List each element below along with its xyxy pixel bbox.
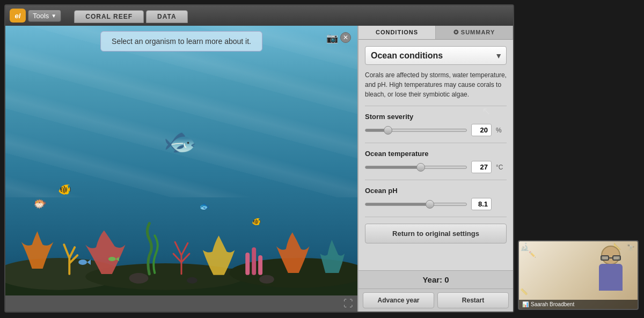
- storm-severity-value: 20: [471, 124, 492, 136]
- el-logo: el: [10, 9, 26, 23]
- ocean-ph-label: Ocean pH: [365, 187, 507, 195]
- ocean-temp-unit: °C: [496, 164, 507, 171]
- video-bg: 🔬 📐 ✏️ 📏 🔭: [519, 241, 638, 309]
- svg-rect-5: [252, 247, 256, 275]
- divider-3: [365, 180, 507, 180]
- divider-4: [365, 217, 507, 217]
- tab-coral-reef[interactable]: CORAL REEF: [74, 10, 144, 23]
- tools-button[interactable]: Tools ▼: [28, 10, 61, 22]
- storm-severity-row: 20 %: [365, 124, 507, 136]
- fish-small-2: 🐡: [33, 197, 47, 210]
- toolbar: el Tools ▼ CORAL REEF DATA: [5, 5, 513, 26]
- conditions-description: Corals are affected by storms, water tem…: [365, 70, 507, 99]
- ocean-temp-section: Ocean temperature 27 °C: [365, 150, 507, 173]
- content-area: Select an organism to learn more about i…: [5, 26, 513, 312]
- sim-panel: Select an organism to learn more about i…: [5, 26, 357, 312]
- video-bar-icon: 📊: [522, 301, 529, 307]
- video-label-bar: 📊 Saarah Broadbent: [519, 300, 638, 309]
- app-window: el Tools ▼ CORAL REEF DATA Select an org…: [4, 4, 514, 313]
- conditions-dropdown-container: Ocean conditions ▼: [365, 46, 507, 65]
- storm-severity-slider[interactable]: [365, 129, 467, 132]
- sim-bottom-bar: ⛶: [5, 295, 357, 312]
- ocean-temp-value: 27: [471, 161, 492, 173]
- ocean-ph-slider[interactable]: [365, 203, 467, 206]
- video-thumbnail: 🔬 📐 ✏️ 📏 🔭 📊 Saarah Broadb: [518, 240, 639, 310]
- person-area: [589, 244, 632, 292]
- storm-severity-unit: %: [496, 127, 507, 134]
- svg-rect-6: [258, 255, 262, 275]
- storm-severity-section: Storm severity 20 %: [365, 113, 507, 136]
- right-panel-tabs: CONDITIONS ✪ SUMMARY: [358, 26, 513, 40]
- return-to-original-button[interactable]: Return to original settings: [365, 224, 507, 243]
- advance-year-button[interactable]: Advance year: [363, 292, 434, 308]
- ocean-temp-row: 27 °C: [365, 161, 507, 173]
- video-person-name: Saarah Broadbent: [531, 301, 574, 307]
- bottom-buttons: Advance year Restart: [358, 289, 513, 312]
- tab-summary[interactable]: ✪ SUMMARY: [436, 26, 513, 39]
- conditions-dropdown[interactable]: Ocean conditions: [365, 46, 507, 65]
- ocean-ph-section: Ocean pH 8.1: [365, 187, 507, 210]
- ocean-temp-slider[interactable]: [365, 166, 467, 169]
- right-panel: CONDITIONS ✪ SUMMARY Ocean conditions ▼ …: [357, 26, 513, 312]
- ocean-ph-row: 8.1: [365, 198, 507, 210]
- year-display: Year: 0: [358, 270, 513, 289]
- info-box: Select an organism to learn more about i…: [100, 31, 262, 51]
- storm-severity-label: Storm severity: [365, 113, 507, 121]
- divider-1: [365, 106, 507, 106]
- camera-icon[interactable]: 📷: [326, 32, 338, 44]
- svg-point-7: [129, 273, 149, 284]
- svg-point-9: [187, 277, 197, 284]
- svg-rect-4: [245, 253, 250, 275]
- svg-point-8: [259, 275, 274, 284]
- svg-point-10: [78, 260, 87, 265]
- ocean-ph-value: 8.1: [471, 198, 492, 210]
- close-button[interactable]: ✕: [340, 32, 351, 43]
- fish-small-1: 🐠: [58, 183, 71, 196]
- tab-conditions[interactable]: CONDITIONS: [358, 26, 436, 39]
- right-panel-content: Ocean conditions ▼ Corals are affected b…: [358, 40, 513, 270]
- fish-small-3: 🐟: [199, 201, 210, 211]
- tab-data[interactable]: DATA: [146, 10, 188, 23]
- divider-2: [365, 143, 507, 143]
- restart-button[interactable]: Restart: [437, 292, 509, 308]
- ocean-temp-label: Ocean temperature: [365, 150, 507, 158]
- svg-point-11: [108, 257, 116, 261]
- fish-large: 🐟: [164, 126, 197, 157]
